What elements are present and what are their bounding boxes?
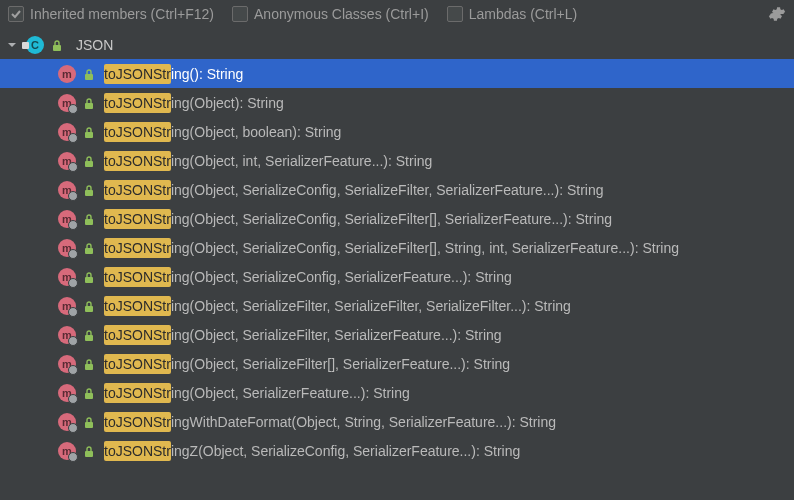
search-highlight: toJSONStr (104, 354, 171, 374)
lock-icon (82, 444, 96, 458)
method-node[interactable]: mtoJSONString(): String (0, 59, 794, 88)
svg-rect-8 (85, 277, 93, 283)
search-highlight: toJSONStr (104, 296, 171, 316)
checkbox-icon (232, 6, 248, 22)
search-highlight: toJSONStr (104, 64, 171, 84)
method-icon: m (58, 413, 76, 431)
class-node[interactable]: C JSON (0, 30, 794, 59)
lock-icon (82, 270, 96, 284)
lock-icon (82, 96, 96, 110)
method-node[interactable]: mtoJSONString(Object, SerializeFilter, S… (0, 291, 794, 320)
lock-icon (82, 328, 96, 342)
structure-toolbar: Inherited members (Ctrl+F12) Anonymous C… (0, 0, 794, 28)
lock-icon (82, 183, 96, 197)
method-node[interactable]: mtoJSONString(Object, boolean): String (0, 117, 794, 146)
lock-icon (82, 415, 96, 429)
method-signature: ing(Object, SerializeConfig, SerializeFi… (171, 182, 604, 198)
search-highlight: toJSONStr (104, 180, 171, 200)
search-highlight: toJSONStr (104, 383, 171, 403)
checkbox-icon (8, 6, 24, 22)
svg-rect-11 (85, 364, 93, 370)
inherited-members-checkbox[interactable]: Inherited members (Ctrl+F12) (8, 6, 214, 22)
checkbox-label: Anonymous Classes (Ctrl+I) (254, 6, 429, 22)
lock-icon (82, 386, 96, 400)
method-node[interactable]: mtoJSONStringZ(Object, SerializeConfig, … (0, 436, 794, 465)
method-node[interactable]: mtoJSONString(Object): String (0, 88, 794, 117)
method-signature: ing(Object, SerializeConfig, SerializerF… (171, 269, 512, 285)
method-icon: m (58, 355, 76, 373)
lock-icon (82, 125, 96, 139)
search-highlight: toJSONStr (104, 412, 171, 432)
class-icon: C (26, 36, 44, 54)
svg-rect-1 (85, 74, 93, 80)
search-highlight: toJSONStr (104, 441, 171, 461)
method-signature: ing(Object, SerializerFeature...): Strin… (171, 385, 410, 401)
method-signature: ing(Object, SerializeFilter[], Serialize… (171, 356, 510, 372)
method-signature: ingZ(Object, SerializeConfig, Serializer… (171, 443, 520, 459)
search-highlight: toJSONStr (104, 93, 171, 113)
method-signature: ing(Object, SerializeFilter, SerializeFi… (171, 298, 571, 314)
method-icon: m (58, 326, 76, 344)
svg-rect-4 (85, 161, 93, 167)
gear-icon[interactable] (768, 5, 786, 23)
svg-rect-5 (85, 190, 93, 196)
method-icon: m (58, 210, 76, 228)
method-signature: ing(Object): String (171, 95, 284, 111)
method-icon: m (58, 268, 76, 286)
lock-icon (82, 154, 96, 168)
svg-rect-13 (85, 422, 93, 428)
method-node[interactable]: mtoJSONString(Object, SerializerFeature.… (0, 378, 794, 407)
method-signature: ing(Object, SerializeFilter, SerializerF… (171, 327, 502, 343)
svg-rect-9 (85, 306, 93, 312)
svg-rect-7 (85, 248, 93, 254)
lock-icon (82, 299, 96, 313)
method-node[interactable]: mtoJSONString(Object, SerializeConfig, S… (0, 204, 794, 233)
lock-icon (82, 241, 96, 255)
search-highlight: toJSONStr (104, 325, 171, 345)
method-icon: m (58, 65, 76, 83)
method-signature: ing(): String (171, 66, 243, 82)
method-node[interactable]: mtoJSONString(Object, SerializeConfig, S… (0, 233, 794, 262)
method-icon: m (58, 239, 76, 257)
lambdas-checkbox[interactable]: Lambdas (Ctrl+L) (447, 6, 578, 22)
method-node[interactable]: mtoJSONString(Object, SerializeConfig, S… (0, 262, 794, 291)
method-node[interactable]: mtoJSONString(Object, SerializeFilter, S… (0, 320, 794, 349)
method-icon: m (58, 384, 76, 402)
method-icon: m (58, 297, 76, 315)
method-node[interactable]: mtoJSONString(Object, SerializeConfig, S… (0, 175, 794, 204)
checkbox-label: Lambdas (Ctrl+L) (469, 6, 578, 22)
svg-rect-12 (85, 393, 93, 399)
method-icon: m (58, 94, 76, 112)
search-highlight: toJSONStr (104, 151, 171, 171)
search-highlight: toJSONStr (104, 122, 171, 142)
lock-icon (82, 67, 96, 81)
svg-rect-2 (85, 103, 93, 109)
anonymous-classes-checkbox[interactable]: Anonymous Classes (Ctrl+I) (232, 6, 429, 22)
checkbox-label: Inherited members (Ctrl+F12) (30, 6, 214, 22)
method-icon: m (58, 181, 76, 199)
method-icon: m (58, 152, 76, 170)
method-node[interactable]: mtoJSONStringWithDateFormat(Object, Stri… (0, 407, 794, 436)
class-name-label: JSON (76, 37, 113, 53)
method-signature: ing(Object, SerializeConfig, SerializeFi… (171, 240, 679, 256)
method-node[interactable]: mtoJSONString(Object, SerializeFilter[],… (0, 349, 794, 378)
method-icon: m (58, 442, 76, 460)
method-signature: ing(Object, int, SerializerFeature...): … (171, 153, 432, 169)
structure-tree[interactable]: C JSON mtoJSONString(): StringmtoJSONStr… (0, 28, 794, 465)
checkbox-icon (447, 6, 463, 22)
lock-icon (82, 357, 96, 371)
svg-rect-10 (85, 335, 93, 341)
method-signature: ingWithDateFormat(Object, String, Serial… (171, 414, 556, 430)
search-highlight: toJSONStr (104, 238, 171, 258)
search-highlight: toJSONStr (104, 267, 171, 287)
chevron-down-icon (6, 39, 18, 51)
method-icon: m (58, 123, 76, 141)
method-signature: ing(Object, boolean): String (171, 124, 341, 140)
svg-rect-14 (85, 451, 93, 457)
search-highlight: toJSONStr (104, 209, 171, 229)
lock-icon (50, 38, 64, 52)
svg-rect-6 (85, 219, 93, 225)
svg-rect-0 (53, 45, 61, 51)
svg-rect-3 (85, 132, 93, 138)
method-node[interactable]: mtoJSONString(Object, int, SerializerFea… (0, 146, 794, 175)
